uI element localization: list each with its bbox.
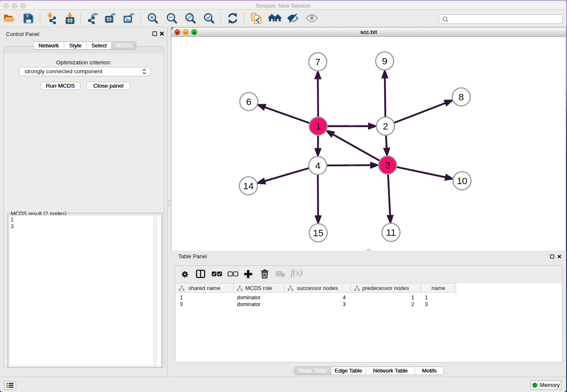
svg-text:1: 1 <box>316 121 321 132</box>
svg-text:9: 9 <box>382 56 388 66</box>
svg-text:6: 6 <box>246 97 252 107</box>
svg-text:2: 2 <box>383 121 388 132</box>
svg-text:14: 14 <box>243 181 253 191</box>
svg-text:4: 4 <box>315 160 321 171</box>
svg-text:7: 7 <box>315 57 321 67</box>
svg-text:3: 3 <box>385 160 391 171</box>
svg-text:10: 10 <box>457 176 467 186</box>
svg-text:15: 15 <box>313 228 323 238</box>
svg-text:8: 8 <box>459 92 464 102</box>
svg-text:11: 11 <box>386 227 396 238</box>
